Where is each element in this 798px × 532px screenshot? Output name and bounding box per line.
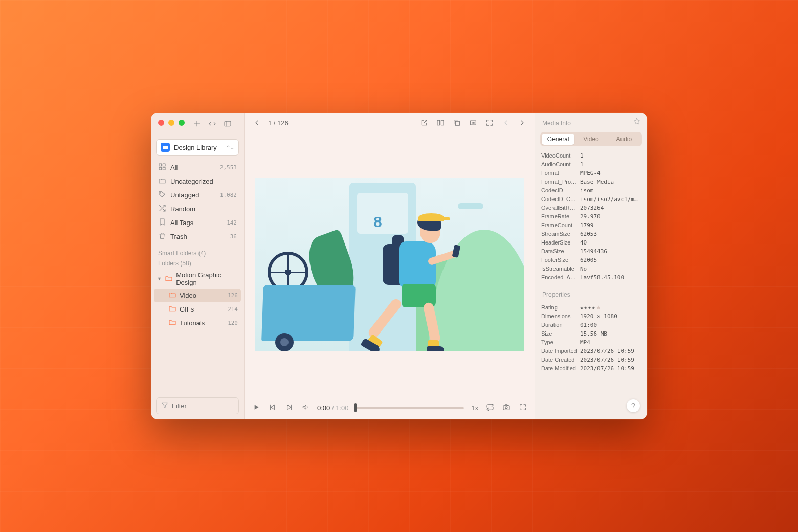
info-value: 2073264 (580, 205, 641, 211)
svg-point-11 (505, 406, 507, 408)
info-value: 62005 (580, 257, 641, 263)
tab-audio[interactable]: Audio (608, 134, 640, 145)
fit-icon[interactable] (484, 118, 495, 128)
help-button[interactable]: ? (627, 399, 640, 412)
info-row: VideoCount1 (541, 151, 641, 160)
folder-label: Motion Graphic Design (176, 271, 238, 286)
info-row: AudioCount1 (541, 160, 641, 169)
nav-label: Uncategorized (170, 178, 213, 185)
folder-motion-graphic-design[interactable]: ▼ Motion Graphic Design (154, 269, 241, 289)
compare-icon[interactable] (435, 118, 446, 128)
info-value: 1799 (580, 222, 641, 229)
tab-general[interactable]: General (542, 134, 574, 145)
folder-gifs[interactable]: GIFs 214 (154, 302, 241, 316)
transfer-icon[interactable] (208, 120, 216, 130)
duplicate-icon[interactable] (452, 118, 462, 128)
rating-stars[interactable]: ★★★★★ (580, 304, 641, 311)
seek-slider[interactable] (356, 407, 464, 409)
info-value: isom/iso2/avc1/mp41 (580, 196, 641, 203)
library-icon (161, 143, 170, 152)
nav-uncategorized[interactable]: Uncategorized (155, 174, 240, 188)
grid-icon (158, 163, 166, 172)
info-key: Format (541, 170, 577, 176)
nav-label: All (170, 164, 178, 171)
nav-random[interactable]: Random (155, 202, 240, 216)
info-row: FrameCount1799 (541, 221, 641, 230)
disclosure-triangle-icon[interactable]: ▼ (157, 276, 162, 281)
info-key: CodecID_Co… (541, 196, 577, 203)
prop-key: Date Created (541, 357, 577, 363)
prev-item-button[interactable] (501, 118, 511, 128)
svg-rect-9 (471, 121, 476, 125)
prop-value: 1920 × 1080 (580, 313, 641, 320)
sidebar: Design Library ⌃⌄ All 2,553 Uncategorize… (151, 113, 245, 419)
close-window-button[interactable] (158, 120, 164, 126)
folder-tutorials[interactable]: Tutorials 120 (154, 316, 241, 330)
info-value: isom (580, 187, 641, 194)
info-key: AudioCount (541, 161, 577, 168)
prop-value: 2023/07/26 10:59 (580, 365, 641, 372)
loop-button[interactable] (485, 403, 495, 413)
svg-rect-2 (163, 164, 165, 166)
filter-field[interactable] (156, 397, 239, 414)
smart-folders-header[interactable]: Smart Folders (4) (151, 245, 244, 259)
zoom-window-button[interactable] (179, 120, 185, 126)
properties-list: Rating★★★★★ Dimensions1920 × 1080 Durati… (535, 303, 647, 380)
seek-thumb[interactable] (354, 403, 357, 412)
nav-label: All Tags (170, 219, 193, 227)
prev-frame-button[interactable] (268, 403, 277, 413)
media-info-header: Media Info (535, 118, 647, 132)
sidebar-toggle-icon[interactable] (224, 120, 232, 130)
info-value: MPEG-4 (580, 170, 641, 176)
media-viewer[interactable] (245, 133, 535, 396)
info-key: CodecID (541, 187, 577, 194)
info-key: Encoded_Ap… (541, 274, 577, 281)
svg-rect-1 (159, 164, 162, 166)
playback-speed[interactable]: 1x (471, 404, 478, 412)
timecode: 0:00 / 1:00 (317, 404, 348, 412)
snapshot-button[interactable] (502, 403, 511, 413)
next-frame-button[interactable] (284, 403, 294, 413)
nav-label: Untagged (170, 191, 199, 199)
info-value: 29.970 (580, 213, 641, 220)
info-value: Base Media (580, 179, 641, 185)
nav-label: Random (170, 205, 195, 213)
volume-button[interactable] (301, 403, 310, 413)
library-selector[interactable]: Design Library ⌃⌄ (156, 139, 239, 156)
folder-label: Tutorials (180, 319, 205, 327)
svg-rect-10 (503, 405, 509, 410)
pin-icon[interactable] (633, 118, 641, 127)
prop-value: 01:00 (580, 322, 641, 328)
info-key: Format_Profile (541, 179, 577, 185)
info-value: Lavf58.45.100 (580, 274, 641, 281)
folder-video[interactable]: Video 126 (154, 289, 241, 302)
video-preview-frame (255, 178, 524, 351)
back-button[interactable] (252, 118, 262, 128)
info-key: StreamSize (541, 231, 577, 237)
nav-untagged[interactable]: Untagged 1,082 (155, 188, 240, 202)
info-value: 40 (580, 239, 641, 246)
nav-list: All 2,553 Uncategorized Untagged 1,082 R… (151, 160, 244, 245)
next-item-button[interactable] (517, 118, 527, 128)
nav-label: Trash (170, 233, 187, 240)
info-row: FrameRate29.970 (541, 212, 641, 221)
folder-label: Video (180, 292, 196, 299)
nav-alltags[interactable]: All Tags 142 (155, 216, 240, 230)
open-external-icon[interactable] (419, 118, 429, 128)
info-value: 15494436 (580, 248, 641, 255)
add-icon[interactable] (193, 120, 201, 130)
play-button[interactable] (252, 403, 261, 413)
tab-video[interactable]: Video (574, 134, 607, 145)
folder-icon (168, 291, 176, 300)
actual-size-icon[interactable] (468, 118, 478, 128)
svg-rect-4 (163, 167, 165, 170)
nav-count: 142 (227, 219, 237, 226)
nav-count: 1,082 (220, 192, 237, 198)
nav-trash[interactable]: Trash 36 (155, 230, 240, 243)
folders-header[interactable]: Folders (58) (151, 259, 244, 269)
fullscreen-button[interactable] (518, 403, 527, 413)
svg-rect-0 (225, 121, 231, 126)
minimize-window-button[interactable] (168, 120, 174, 126)
nav-all[interactable]: All 2,553 (155, 161, 240, 174)
info-row: Format_ProfileBase Media (541, 178, 641, 186)
